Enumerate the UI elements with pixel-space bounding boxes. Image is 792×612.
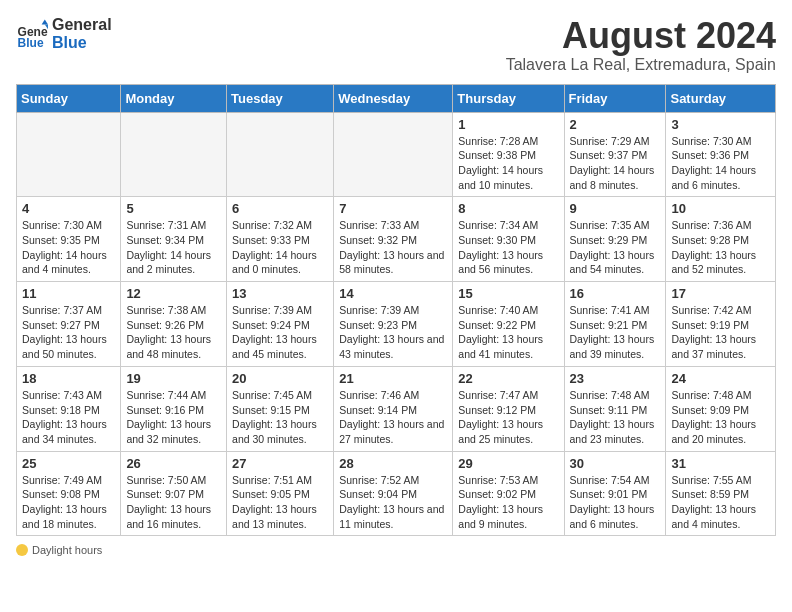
calendar-cell: 23Sunrise: 7:48 AM Sunset: 9:11 PM Dayli…: [564, 366, 666, 451]
calendar-cell: [334, 112, 453, 197]
day-number: 6: [232, 201, 328, 216]
weekday-header-cell: Sunday: [17, 84, 121, 112]
logo-line1: General: [52, 16, 112, 34]
day-info: Sunrise: 7:30 AM Sunset: 9:36 PM Dayligh…: [671, 134, 770, 193]
calendar-cell: 28Sunrise: 7:52 AM Sunset: 9:04 PM Dayli…: [334, 451, 453, 536]
day-number: 12: [126, 286, 221, 301]
day-number: 5: [126, 201, 221, 216]
day-number: 17: [671, 286, 770, 301]
day-number: 2: [570, 117, 661, 132]
day-info: Sunrise: 7:30 AM Sunset: 9:35 PM Dayligh…: [22, 218, 115, 277]
weekday-header-row: SundayMondayTuesdayWednesdayThursdayFrid…: [17, 84, 776, 112]
weekday-header-cell: Thursday: [453, 84, 564, 112]
weekday-header-cell: Saturday: [666, 84, 776, 112]
calendar-week-row: 11Sunrise: 7:37 AM Sunset: 9:27 PM Dayli…: [17, 282, 776, 367]
day-number: 16: [570, 286, 661, 301]
day-info: Sunrise: 7:44 AM Sunset: 9:16 PM Dayligh…: [126, 388, 221, 447]
footer-label: Daylight hours: [32, 544, 102, 556]
day-info: Sunrise: 7:28 AM Sunset: 9:38 PM Dayligh…: [458, 134, 558, 193]
calendar-cell: 1Sunrise: 7:28 AM Sunset: 9:38 PM Daylig…: [453, 112, 564, 197]
weekday-header-cell: Monday: [121, 84, 227, 112]
day-number: 30: [570, 456, 661, 471]
calendar-cell: 11Sunrise: 7:37 AM Sunset: 9:27 PM Dayli…: [17, 282, 121, 367]
day-number: 23: [570, 371, 661, 386]
title-area: August 2024 Talavera La Real, Extremadur…: [506, 16, 776, 74]
day-number: 9: [570, 201, 661, 216]
day-number: 13: [232, 286, 328, 301]
day-info: Sunrise: 7:40 AM Sunset: 9:22 PM Dayligh…: [458, 303, 558, 362]
day-number: 4: [22, 201, 115, 216]
day-info: Sunrise: 7:48 AM Sunset: 9:09 PM Dayligh…: [671, 388, 770, 447]
calendar-cell: 4Sunrise: 7:30 AM Sunset: 9:35 PM Daylig…: [17, 197, 121, 282]
day-info: Sunrise: 7:48 AM Sunset: 9:11 PM Dayligh…: [570, 388, 661, 447]
calendar-cell: 5Sunrise: 7:31 AM Sunset: 9:34 PM Daylig…: [121, 197, 227, 282]
day-number: 29: [458, 456, 558, 471]
day-number: 19: [126, 371, 221, 386]
day-info: Sunrise: 7:29 AM Sunset: 9:37 PM Dayligh…: [570, 134, 661, 193]
calendar-cell: [227, 112, 334, 197]
calendar-cell: 26Sunrise: 7:50 AM Sunset: 9:07 PM Dayli…: [121, 451, 227, 536]
day-info: Sunrise: 7:39 AM Sunset: 9:24 PM Dayligh…: [232, 303, 328, 362]
calendar-cell: 2Sunrise: 7:29 AM Sunset: 9:37 PM Daylig…: [564, 112, 666, 197]
day-info: Sunrise: 7:51 AM Sunset: 9:05 PM Dayligh…: [232, 473, 328, 532]
day-info: Sunrise: 7:33 AM Sunset: 9:32 PM Dayligh…: [339, 218, 447, 277]
day-info: Sunrise: 7:42 AM Sunset: 9:19 PM Dayligh…: [671, 303, 770, 362]
day-number: 1: [458, 117, 558, 132]
day-info: Sunrise: 7:45 AM Sunset: 9:15 PM Dayligh…: [232, 388, 328, 447]
day-info: Sunrise: 7:38 AM Sunset: 9:26 PM Dayligh…: [126, 303, 221, 362]
calendar-cell: 27Sunrise: 7:51 AM Sunset: 9:05 PM Dayli…: [227, 451, 334, 536]
day-number: 8: [458, 201, 558, 216]
calendar-cell: 24Sunrise: 7:48 AM Sunset: 9:09 PM Dayli…: [666, 366, 776, 451]
calendar-cell: 22Sunrise: 7:47 AM Sunset: 9:12 PM Dayli…: [453, 366, 564, 451]
calendar-cell: 13Sunrise: 7:39 AM Sunset: 9:24 PM Dayli…: [227, 282, 334, 367]
weekday-header-cell: Friday: [564, 84, 666, 112]
calendar-cell: 14Sunrise: 7:39 AM Sunset: 9:23 PM Dayli…: [334, 282, 453, 367]
weekday-header-cell: Wednesday: [334, 84, 453, 112]
calendar-cell: 16Sunrise: 7:41 AM Sunset: 9:21 PM Dayli…: [564, 282, 666, 367]
day-number: 7: [339, 201, 447, 216]
weekday-header-cell: Tuesday: [227, 84, 334, 112]
day-number: 26: [126, 456, 221, 471]
header: General Blue General Blue August 2024 Ta…: [16, 16, 776, 74]
calendar-title: August 2024: [506, 16, 776, 56]
day-info: Sunrise: 7:37 AM Sunset: 9:27 PM Dayligh…: [22, 303, 115, 362]
day-info: Sunrise: 7:31 AM Sunset: 9:34 PM Dayligh…: [126, 218, 221, 277]
calendar-cell: 8Sunrise: 7:34 AM Sunset: 9:30 PM Daylig…: [453, 197, 564, 282]
calendar-cell: 12Sunrise: 7:38 AM Sunset: 9:26 PM Dayli…: [121, 282, 227, 367]
day-number: 11: [22, 286, 115, 301]
calendar-week-row: 18Sunrise: 7:43 AM Sunset: 9:18 PM Dayli…: [17, 366, 776, 451]
day-number: 31: [671, 456, 770, 471]
day-info: Sunrise: 7:54 AM Sunset: 9:01 PM Dayligh…: [570, 473, 661, 532]
svg-marker-2: [42, 19, 48, 24]
sun-icon: [16, 544, 28, 556]
day-info: Sunrise: 7:49 AM Sunset: 9:08 PM Dayligh…: [22, 473, 115, 532]
day-info: Sunrise: 7:41 AM Sunset: 9:21 PM Dayligh…: [570, 303, 661, 362]
day-info: Sunrise: 7:43 AM Sunset: 9:18 PM Dayligh…: [22, 388, 115, 447]
calendar-cell: 18Sunrise: 7:43 AM Sunset: 9:18 PM Dayli…: [17, 366, 121, 451]
calendar-week-row: 4Sunrise: 7:30 AM Sunset: 9:35 PM Daylig…: [17, 197, 776, 282]
calendar-cell: [17, 112, 121, 197]
day-info: Sunrise: 7:47 AM Sunset: 9:12 PM Dayligh…: [458, 388, 558, 447]
logo-line2: Blue: [52, 34, 112, 52]
calendar-week-row: 1Sunrise: 7:28 AM Sunset: 9:38 PM Daylig…: [17, 112, 776, 197]
day-number: 10: [671, 201, 770, 216]
day-number: 3: [671, 117, 770, 132]
day-info: Sunrise: 7:35 AM Sunset: 9:29 PM Dayligh…: [570, 218, 661, 277]
footer: Daylight hours: [16, 544, 776, 556]
day-info: Sunrise: 7:36 AM Sunset: 9:28 PM Dayligh…: [671, 218, 770, 277]
calendar-cell: 31Sunrise: 7:55 AM Sunset: 8:59 PM Dayli…: [666, 451, 776, 536]
logo: General Blue General Blue: [16, 16, 112, 51]
svg-text:Blue: Blue: [18, 35, 44, 49]
day-number: 21: [339, 371, 447, 386]
day-info: Sunrise: 7:50 AM Sunset: 9:07 PM Dayligh…: [126, 473, 221, 532]
day-info: Sunrise: 7:34 AM Sunset: 9:30 PM Dayligh…: [458, 218, 558, 277]
day-number: 18: [22, 371, 115, 386]
calendar-cell: 10Sunrise: 7:36 AM Sunset: 9:28 PM Dayli…: [666, 197, 776, 282]
day-info: Sunrise: 7:53 AM Sunset: 9:02 PM Dayligh…: [458, 473, 558, 532]
calendar-body: 1Sunrise: 7:28 AM Sunset: 9:38 PM Daylig…: [17, 112, 776, 536]
day-number: 22: [458, 371, 558, 386]
calendar-cell: 6Sunrise: 7:32 AM Sunset: 9:33 PM Daylig…: [227, 197, 334, 282]
day-number: 25: [22, 456, 115, 471]
calendar-subtitle: Talavera La Real, Extremadura, Spain: [506, 56, 776, 74]
calendar-cell: 3Sunrise: 7:30 AM Sunset: 9:36 PM Daylig…: [666, 112, 776, 197]
